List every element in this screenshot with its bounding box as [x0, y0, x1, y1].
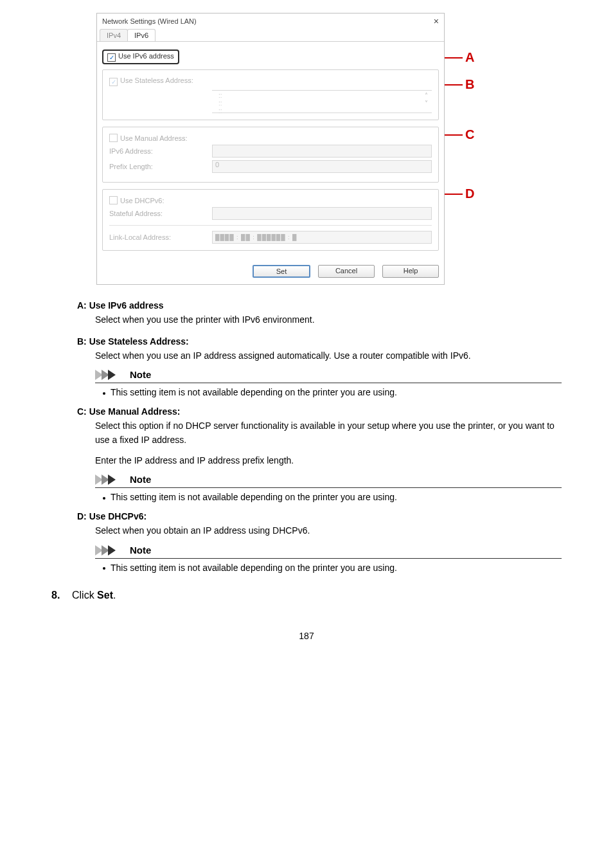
arrows-icon [95, 475, 126, 485]
arrows-icon [95, 545, 126, 556]
note-bullet: This setting item is not available depen… [103, 563, 562, 573]
note-bullet: This setting item is not available depen… [103, 492, 562, 502]
stateless-address-list: :: :: :: [218, 92, 222, 111]
callout-letter-b: B [465, 77, 474, 92]
use-stateless-address-label: Use Stateless Address: [120, 77, 193, 84]
callout-letter-a: A [465, 50, 474, 65]
checkbox-icon[interactable] [109, 196, 118, 204]
checkbox-icon[interactable] [109, 134, 118, 142]
scroll-spinner[interactable]: ˄˅ [425, 92, 428, 111]
prefix-length-input[interactable]: 0 [212, 160, 432, 173]
use-ipv6-address-label: Use IPv6 address [118, 52, 174, 60]
note-heading: Note [130, 545, 151, 556]
link-local-address-label: Link-Local Address: [109, 233, 212, 241]
section-b-text: Select when you use an IP address assign… [95, 349, 562, 363]
note-block: Note This setting item is not available … [95, 369, 562, 397]
tab-ipv4[interactable]: IPv4 [100, 29, 128, 41]
note-bullet: This setting item is not available depen… [103, 387, 562, 397]
use-manual-address-label: Use Manual Address: [120, 134, 188, 142]
link-local-address-value: ████ : ██ : ██████ : █ [212, 231, 432, 244]
use-ipv6-address-checkbox[interactable]: ✓Use IPv6 address [102, 50, 179, 64]
tab-ipv6[interactable]: IPv6 [127, 29, 155, 41]
checkbox-checked-icon: ✓ [107, 53, 116, 62]
network-settings-dialog: Network Settings (Wired LAN) × IPv4 IPv6… [96, 13, 445, 285]
note-heading: Note [130, 474, 151, 485]
manual-section: Use Manual Address: IPv6 Address: Prefix… [102, 127, 439, 183]
dialog-title: Network Settings (Wired LAN) [102, 17, 197, 25]
step-number: 8. [51, 590, 67, 601]
section-c-text1: Select this option if no DHCP server fun… [95, 419, 562, 447]
callout-letter-c: C [465, 127, 474, 142]
callout-letter-d: D [465, 186, 474, 201]
section-c-text2: Enter the IP address and IP address pref… [95, 454, 562, 468]
prefix-length-label: Prefix Length: [109, 163, 212, 170]
stateful-address-input[interactable] [212, 207, 432, 220]
dhcpv6-section: Use DHCPv6: Stateful Address: Link-Local… [102, 189, 439, 251]
chevron-up-icon: ˄ [425, 92, 428, 99]
svg-marker-5 [108, 475, 116, 485]
svg-marker-8 [108, 545, 116, 556]
note-block: Note This setting item is not available … [95, 545, 562, 573]
section-d-text: Select when you obtain an IP address usi… [95, 524, 562, 538]
step-text: Click Set. [72, 590, 116, 601]
page-number: 187 [51, 631, 562, 641]
set-button[interactable]: Set [253, 265, 310, 278]
section-a-text: Select when you use the printer with IPv… [95, 313, 562, 327]
svg-marker-2 [108, 370, 116, 380]
ipv6-address-input[interactable] [212, 145, 432, 158]
ipv6-address-label: IPv6 Address: [109, 147, 212, 155]
help-button[interactable]: Help [382, 265, 439, 278]
arrows-icon [95, 370, 126, 380]
step-8: 8. Click Set. [51, 590, 562, 601]
section-d-title: D: Use DHCPv6: [77, 511, 562, 521]
cancel-button[interactable]: Cancel [318, 265, 375, 278]
chevron-down-icon: ˅ [425, 100, 428, 107]
section-c-title: C: Use Manual Address: [77, 406, 562, 417]
note-block: Note This setting item is not available … [95, 474, 562, 502]
use-dhcpv6-label: Use DHCPv6: [120, 197, 164, 204]
section-a-title: A: Use IPv6 address [77, 300, 562, 311]
callout-labels: A B C D [445, 13, 509, 285]
note-heading: Note [130, 369, 151, 380]
stateful-address-label: Stateful Address: [109, 210, 212, 217]
checkbox-checked-icon[interactable]: ✓ [109, 78, 118, 86]
section-b-title: B: Use Stateless Address: [77, 336, 562, 347]
stateless-section: ✓Use Stateless Address: :: :: :: ˄˅ [102, 69, 439, 120]
close-icon[interactable]: × [434, 16, 439, 26]
